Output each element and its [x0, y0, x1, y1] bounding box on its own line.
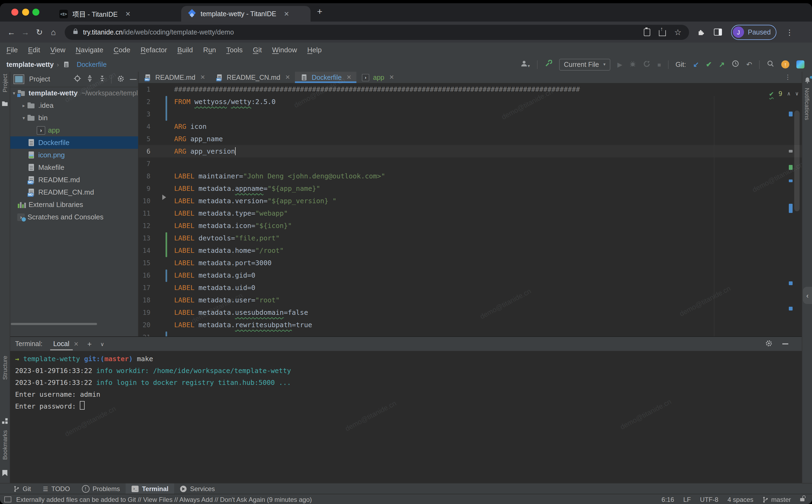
code-line-12[interactable]: 12LABEL metadata.icon="${icon}"	[139, 219, 803, 232]
tree-item-makefile[interactable]: Makefile	[10, 161, 138, 174]
git-update-icon[interactable]: ↙	[693, 60, 699, 68]
tree-item-dockerfile[interactable]: Dockerfile	[10, 136, 138, 149]
inspections-widget[interactable]: ✔ 9 ∧ ∨	[769, 89, 799, 98]
code-line-5[interactable]: 5ARG app_name	[139, 133, 803, 145]
terminal-line-4[interactable]: Enter username: admin	[10, 389, 802, 401]
forward-icon[interactable]: →	[18, 27, 32, 37]
status-window-icon[interactable]	[4, 496, 11, 502]
terminal-line-1[interactable]: → template-wetty git:(master) make	[10, 353, 802, 365]
expand-all-icon[interactable]	[86, 75, 93, 84]
clipboard-icon[interactable]	[644, 28, 650, 36]
menu-tools[interactable]: Tools	[226, 46, 243, 54]
tab-close-icon[interactable]: ✕	[346, 74, 351, 81]
terminal-tab-close-icon[interactable]: ✕	[74, 340, 78, 347]
zoom-window-button[interactable]	[32, 9, 39, 16]
gutter-change-marker[interactable]	[166, 96, 167, 121]
hide-terminal-icon[interactable]	[782, 343, 788, 344]
code-line-10[interactable]: 10LABEL metadata.version="${app_version}…	[139, 195, 803, 207]
menu-edit[interactable]: Edit	[28, 46, 40, 54]
unlock-icon[interactable]	[800, 498, 804, 501]
code-line-8[interactable]: 8LABEL maintainer="John Deng <john.deng@…	[139, 170, 803, 182]
folder-icon[interactable]	[2, 99, 8, 108]
fold-marker-icon[interactable]	[162, 195, 166, 200]
run-configuration-select[interactable]: Current File ▾	[559, 58, 610, 70]
prev-problem-icon[interactable]: ∧	[787, 91, 790, 96]
error-stripe-mark[interactable]	[789, 150, 793, 153]
toolwindow-problems[interactable]: ! Problems	[76, 484, 126, 494]
search-everywhere-icon[interactable]	[767, 60, 774, 69]
collapse-side-chevron-icon[interactable]: ‹	[803, 287, 812, 304]
error-stripe-mark[interactable]	[789, 112, 793, 116]
terminal-settings-gear-icon[interactable]	[765, 339, 773, 348]
status-message[interactable]: Externally added files can be added to G…	[16, 496, 312, 503]
error-stripe-mark[interactable]	[789, 204, 793, 213]
address-bar[interactable]: try.titanide.cn/ide/web/coding/template-…	[65, 25, 689, 40]
new-terminal-icon[interactable]: +	[87, 340, 92, 348]
code-line-4[interactable]: 4ARG icon	[139, 120, 803, 133]
gutter-change-marker[interactable]	[166, 332, 167, 336]
menu-help[interactable]: Help	[307, 46, 322, 54]
toolwindow-git[interactable]: Git	[8, 484, 37, 494]
error-stripe-mark[interactable]	[789, 165, 793, 170]
gutter-change-marker[interactable]	[166, 270, 167, 282]
tab-close-icon[interactable]: ✕	[389, 74, 394, 81]
git-commit-icon[interactable]: ✔	[706, 60, 712, 68]
tree-item--idea[interactable]: ▸.idea	[10, 99, 138, 112]
editor-tab-readme-cn[interactable]: MD README_CN.md✕	[210, 72, 295, 83]
debug-button[interactable]	[629, 60, 636, 69]
breadcrumb-file[interactable]: Dockerfile	[77, 61, 106, 68]
tree-item-readme-cn-md[interactable]: MDREADME_CN.md	[10, 186, 138, 198]
tree-item-scratches-and-consoles[interactable]: ›Scratches and Consoles	[10, 211, 138, 223]
terminal-dropdown-icon[interactable]: ∨	[100, 341, 104, 347]
editor-tab-dockerfile[interactable]: Dockerfile✕	[295, 72, 356, 83]
code-line-16[interactable]: 16LABEL metadata.gid=0	[139, 269, 803, 281]
code-line-2[interactable]: 2FROM wettyoss/wetty:2.5.0	[139, 95, 803, 108]
editor-tab-app[interactable]: › app✕	[356, 72, 399, 83]
new-tab-button[interactable]: +	[317, 6, 322, 17]
file-encoding[interactable]: UTF-8	[700, 496, 718, 503]
code-line-1[interactable]: 1#######################################…	[139, 83, 803, 95]
lock-icon[interactable]	[73, 30, 78, 34]
ide-gradient-icon[interactable]	[796, 60, 804, 68]
code-line-17[interactable]: 17LABEL metadata.uid=0	[139, 281, 803, 294]
terminal-tab-local[interactable]: Local	[51, 337, 71, 351]
structure-icon[interactable]	[2, 417, 8, 426]
terminal-output[interactable]: → template-wetty git:(master) make2023-0…	[10, 351, 802, 412]
browser-tab-template-wetty[interactable]: template-wetty - TitanIDE ✕	[181, 6, 311, 22]
code-line-3[interactable]: 3	[139, 108, 803, 120]
line-ending[interactable]: LF	[683, 496, 691, 503]
extensions-puzzle-icon[interactable]	[697, 28, 705, 36]
locate-file-icon[interactable]	[74, 75, 81, 84]
tab-close-icon[interactable]: ✕	[125, 10, 131, 18]
tree-item-template-wetty[interactable]: ▾template-wetty~/workspace/template-wett…	[10, 87, 138, 99]
code-line-7[interactable]: 7	[139, 157, 803, 170]
tab-close-icon[interactable]: ✕	[284, 10, 289, 18]
collapse-all-icon[interactable]	[99, 75, 106, 84]
tree-chevron-icon[interactable]: ▸	[20, 103, 27, 108]
project-panel-title[interactable]: Project	[29, 75, 50, 83]
browser-tab-project[interactable]: <t> 项目 - TitanIDE ✕	[54, 6, 179, 22]
toolwindow-todo[interactable]: ☰ TODO	[37, 484, 76, 494]
code-line-21[interactable]: 21	[139, 331, 803, 336]
gutter-change-marker[interactable]	[166, 232, 167, 257]
coverage-button[interactable]	[644, 60, 651, 69]
menu-git[interactable]: Git	[253, 46, 262, 54]
stop-button[interactable]: ■	[658, 61, 661, 68]
profile-user-icon[interactable]: ▾	[520, 60, 530, 69]
tab-close-icon[interactable]: ✕	[200, 74, 205, 81]
terminal-line-2[interactable]: 2023-01-29T16:33:22 info workdir: /home/…	[10, 365, 802, 377]
reload-icon[interactable]: ↻	[32, 27, 46, 37]
next-problem-icon[interactable]: ∨	[795, 91, 799, 96]
browser-menu-icon[interactable]: ⋮	[786, 28, 793, 36]
git-push-icon[interactable]: ↗	[719, 60, 725, 68]
code-line-14[interactable]: 14LABEL metadata.home="/root"	[139, 244, 803, 257]
code-line-13[interactable]: 13LABEL devtools="file,port"	[139, 232, 803, 244]
indent-style[interactable]: 4 spaces	[728, 496, 753, 503]
error-stripe-mark[interactable]	[789, 281, 793, 285]
caret-position[interactable]: 6:16	[662, 496, 674, 503]
git-branch-widget[interactable]: master	[763, 496, 791, 503]
editor-tab-readme[interactable]: MD README.md✕	[139, 72, 210, 83]
terminal-line-5[interactable]: Enter password:	[10, 401, 802, 412]
share-icon[interactable]	[659, 30, 666, 36]
hide-panel-icon[interactable]: —	[130, 75, 137, 83]
